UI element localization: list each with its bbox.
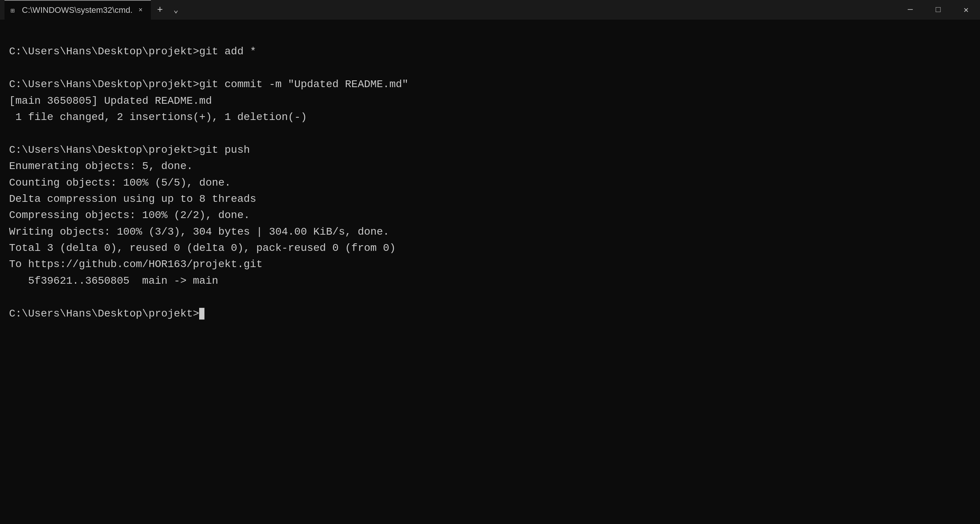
- terminal-line: Compressing objects: 100% (2/2), done.: [9, 207, 971, 223]
- titlebar-left: ⊞ C:\WINDOWS\system32\cmd. × + ⌄: [5, 0, 183, 20]
- close-button[interactable]: ✕: [952, 0, 980, 20]
- terminal-line: C:\Users\Hans\Desktop\projekt>git commit…: [9, 76, 971, 92]
- active-tab[interactable]: ⊞ C:\WINDOWS\system32\cmd. ×: [5, 0, 151, 20]
- terminal-line: C:\Users\Hans\Desktop\projekt>: [9, 306, 971, 322]
- maximize-button[interactable]: □: [924, 0, 952, 20]
- terminal-line: Enumerating objects: 5, done.: [9, 158, 971, 174]
- titlebar: ⊞ C:\WINDOWS\system32\cmd. × + ⌄ ─ □ ✕: [0, 0, 980, 20]
- terminal-line: Delta compression using up to 8 threads: [9, 191, 971, 207]
- terminal-line: To https://github.com/HOR163/projekt.git: [9, 256, 971, 272]
- terminal-line: [9, 289, 971, 305]
- terminal-line: 5f39621..3650805 main -> main: [9, 273, 971, 289]
- tab-title: C:\WINDOWS\system32\cmd.: [22, 5, 132, 15]
- terminal-line: [9, 125, 971, 142]
- terminal-line: [9, 27, 971, 43]
- cmd-icon: ⊞: [11, 6, 18, 14]
- close-tab-button[interactable]: ×: [136, 6, 145, 15]
- cursor: [199, 308, 204, 320]
- terminal-line: C:\Users\Hans\Desktop\projekt>git add *: [9, 43, 971, 60]
- terminal-line: C:\Users\Hans\Desktop\projekt>git push: [9, 142, 971, 158]
- terminal-line: Writing objects: 100% (3/3), 304 bytes |…: [9, 224, 971, 240]
- terminal-line: Total 3 (delta 0), reused 0 (delta 0), p…: [9, 240, 971, 256]
- terminal-line: [main 3650805] Updated README.md: [9, 93, 971, 109]
- titlebar-controls: ─ □ ✕: [896, 0, 980, 20]
- terminal-line: 1 file changed, 2 insertions(+), 1 delet…: [9, 109, 971, 125]
- terminal-body[interactable]: C:\Users\Hans\Desktop\projekt>git add *C…: [0, 20, 980, 524]
- terminal-line: [9, 60, 971, 76]
- minimize-button[interactable]: ─: [896, 0, 924, 20]
- terminal-line: Counting objects: 100% (5/5), done.: [9, 175, 971, 191]
- new-tab-button[interactable]: +: [151, 0, 169, 20]
- tab-dropdown-button[interactable]: ⌄: [169, 0, 183, 20]
